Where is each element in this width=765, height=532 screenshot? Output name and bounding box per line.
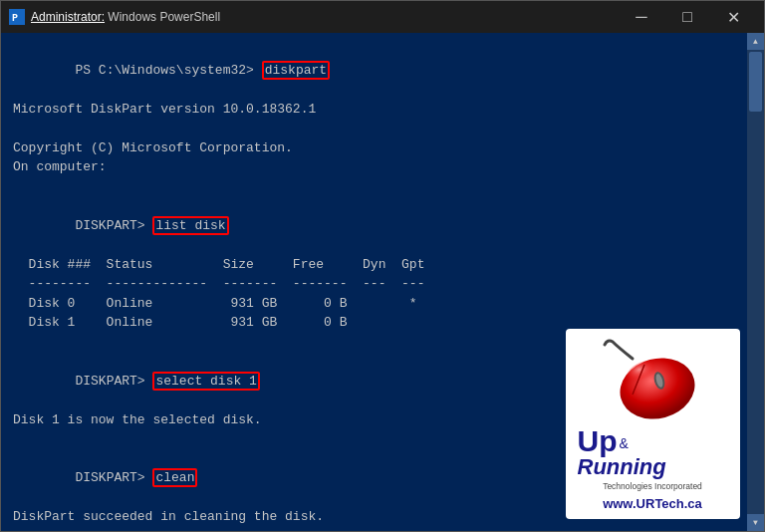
blank-4 <box>13 429 546 449</box>
copyright-line: Copyright (C) Microsoft Corporation. <box>13 138 546 158</box>
ps-icon: P <box>9 9 25 25</box>
blank-3 <box>13 333 546 353</box>
logo-box: Up & Running Technologies Incorporated w… <box>566 329 740 519</box>
blank-1 <box>13 119 546 138</box>
cmd-clean: clean <box>152 468 197 487</box>
disk0-line: Disk 0 Online 931 GB 0 B * <box>13 294 546 314</box>
content-area: PS C:\Windows\system32> diskpart Microso… <box>1 33 764 531</box>
close-button[interactable]: ✕ <box>710 1 756 33</box>
diskpart-prompt-1: DISKPART> <box>75 218 152 233</box>
table-header: Disk ### Status Size Free Dyn Gpt <box>13 255 546 275</box>
cmd-list-disk-text: list disk <box>152 216 228 235</box>
logo-running-text: Running <box>578 454 666 479</box>
blank-2 <box>13 177 546 197</box>
logo-running-line: Running <box>574 456 732 479</box>
prompt-line-1: PS C:\Windows\system32> diskpart <box>13 41 546 100</box>
scroll-up-button[interactable]: ▲ <box>747 33 764 50</box>
blank-5 <box>13 527 546 532</box>
logo-url-text: www.URTech.ca <box>574 496 732 511</box>
cmd-select-disk: select disk 1 <box>152 372 259 391</box>
powershell-window: P Administrator: Windows PowerShell ─ □ … <box>0 0 765 532</box>
diskpart-prompt-3: DISKPART> <box>75 470 152 485</box>
clean-result: DiskPart succeeded in cleaning the disk. <box>13 507 546 527</box>
diskpart-clean-line: DISKPART> clean <box>13 449 546 508</box>
maximize-button[interactable]: □ <box>664 1 710 33</box>
prompt-path-1: PS C:\Windows\system32> <box>75 63 253 78</box>
cmd-diskpart: diskpart <box>262 61 330 80</box>
scrollbar[interactable]: ▲ ▼ <box>747 33 764 531</box>
diskpart-list-line: DISKPART> diskpartlist disk <box>13 196 546 255</box>
sidebar: Up & Running Technologies Incorporated w… <box>558 33 747 531</box>
scroll-down-button[interactable]: ▼ <box>747 514 764 531</box>
svg-text:P: P <box>12 13 18 24</box>
select-result: Disk 1 is now the selected disk. <box>13 410 546 430</box>
on-computer: On computer: <box>13 157 546 177</box>
diskpart-select-line: DISKPART> select disk 1 <box>13 352 546 410</box>
minimize-button[interactable]: ─ <box>619 1 664 33</box>
logo-mouse-image <box>593 337 712 426</box>
title-bar: P Administrator: Windows PowerShell ─ □ … <box>1 1 764 33</box>
logo-amp-text: & <box>620 431 629 456</box>
scroll-track <box>747 50 764 514</box>
scroll-thumb[interactable] <box>749 52 762 112</box>
version-line: Microsoft DiskPart version 10.0.18362.1 <box>13 100 546 120</box>
diskpart-prompt-2: DISKPART> <box>75 374 152 389</box>
logo-sub-text: Technologies Incorporated <box>574 481 732 493</box>
title-bar-buttons: ─ □ ✕ <box>619 1 756 33</box>
title-bar-text: Administrator: Windows PowerShell <box>31 10 619 24</box>
table-sep: -------- ------------- ------- ------- -… <box>13 274 546 294</box>
logo-up-running: Up & <box>574 426 732 456</box>
title-admin: Administrator: <box>31 10 105 24</box>
logo-up-text: Up <box>578 426 618 456</box>
disk1-line: Disk 1 Online 931 GB 0 B <box>13 313 546 333</box>
title-rest: Windows PowerShell <box>105 10 220 24</box>
terminal[interactable]: PS C:\Windows\system32> diskpart Microso… <box>1 33 558 531</box>
